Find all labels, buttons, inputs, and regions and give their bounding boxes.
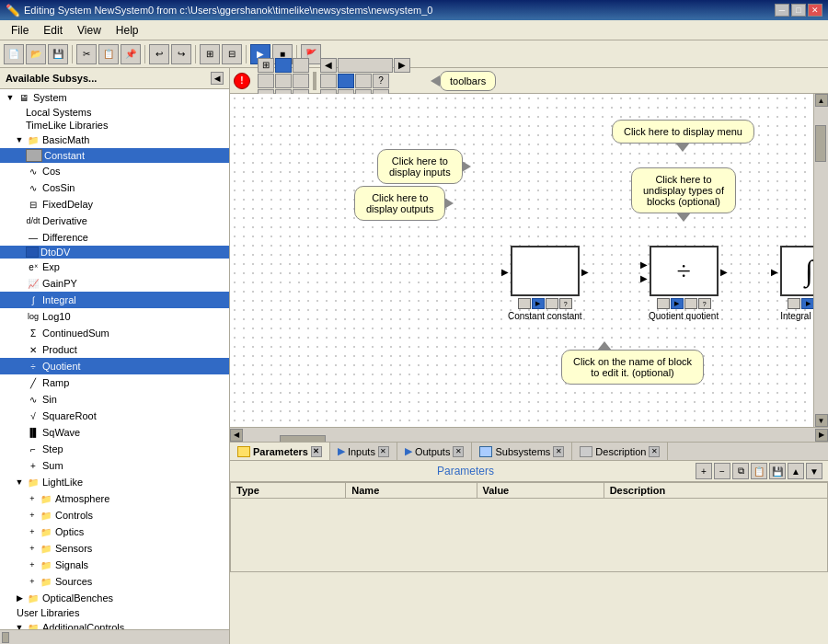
tree-item-log10[interactable]: log Log10 <box>0 308 229 325</box>
tree-item-sensors[interactable]: + 📁 Sensors <box>0 540 229 557</box>
tree-item-difference[interactable]: — Difference <box>0 229 229 246</box>
down-param-btn[interactable]: ▼ <box>806 463 822 479</box>
close-button[interactable]: ✕ <box>808 4 822 17</box>
tree-item-squareroot[interactable]: √ SquareRoot <box>0 408 229 424</box>
save-button[interactable]: 💾 <box>48 44 68 64</box>
tree-item-continuedsum[interactable]: Σ ContinuedSum <box>0 325 229 341</box>
canvas[interactable]: ▶ ▶ ▶ ? Constant constant ÷ ▶ <box>230 94 828 427</box>
tree-item-sqwave[interactable]: ▐▌ SqWave <box>0 424 229 441</box>
block-ctrl-2[interactable]: ▶ <box>532 298 545 309</box>
tb-btn-13[interactable] <box>338 74 354 88</box>
tree-item-sum[interactable]: + Sum <box>0 457 229 474</box>
tab-outputs[interactable]: ▶ Outputs ✕ <box>397 443 473 460</box>
tree-item-quotient[interactable]: ÷ Quotient <box>0 358 229 374</box>
tb-btn-6[interactable] <box>293 74 309 88</box>
block-quotient[interactable]: ÷ ▶ ▶ ▶ ▶ ? Quotient quotient <box>649 246 719 321</box>
scroll-right-btn[interactable]: ▶ <box>815 429 828 442</box>
block-quotient-box[interactable]: ÷ ▶ ▶ ▶ <box>650 246 719 296</box>
copy-param-btn[interactable]: ⧉ <box>732 463 749 479</box>
tree-item-timelike[interactable]: TimeLike Libraries <box>0 119 229 132</box>
tb-btn-1[interactable]: ⊞ <box>258 58 274 73</box>
tree-item-product[interactable]: ✕ Product <box>0 341 229 358</box>
paste-button[interactable]: 📌 <box>121 44 141 64</box>
redo-button[interactable]: ↪ <box>171 44 191 64</box>
menu-file[interactable]: File <box>4 22 36 39</box>
tree-item-cossin[interactable]: ∿ CosSin <box>0 179 229 196</box>
block-constant[interactable]: ▶ ▶ ▶ ? Constant constant <box>508 246 582 321</box>
block-ctrl-2[interactable]: ▶ <box>801 298 814 309</box>
up-param-btn[interactable]: ▲ <box>788 463 804 479</box>
tb-btn-2[interactable] <box>275 58 292 73</box>
tree-item-constant[interactable]: Constant <box>0 148 229 163</box>
block-constant-box[interactable]: ▶ ▶ <box>511 246 580 296</box>
block-ctrl-1[interactable] <box>788 298 800 309</box>
add-param-btn[interactable]: + <box>696 463 712 479</box>
tree-item-ramp[interactable]: ╱ Ramp <box>0 374 229 391</box>
block-ctrl-4[interactable]: ? <box>559 298 572 309</box>
tree-item-system[interactable]: ▼ 🖥 System <box>0 89 229 106</box>
tb-btn-5[interactable] <box>275 74 292 88</box>
tb-btn-10[interactable]: ◀ <box>320 58 337 73</box>
block-ctrl-3[interactable] <box>546 298 558 309</box>
tab-outputs-close[interactable]: ✕ <box>453 446 464 457</box>
tb-btn-11[interactable]: ▶ <box>394 58 410 73</box>
tree-item-opticalbenches[interactable]: ▶ 📁 OpticalBenches <box>0 590 229 606</box>
maximize-button[interactable]: □ <box>791 4 806 17</box>
block-ctrl-1[interactable] <box>657 298 670 309</box>
tab-params-close[interactable]: ✕ <box>311 446 322 457</box>
tab-parameters[interactable]: Parameters ✕ <box>230 443 330 460</box>
block-ctrl-3[interactable] <box>684 298 697 309</box>
block-ctrl-1[interactable] <box>518 298 531 309</box>
menu-view[interactable]: View <box>70 22 109 39</box>
sidebar-scrollbar[interactable] <box>2 632 9 643</box>
new-button[interactable]: 📄 <box>4 44 24 64</box>
tab-subsystems[interactable]: Subsystems ✕ <box>472 443 572 460</box>
scroll-left-btn[interactable]: ◀ <box>230 429 243 442</box>
tb-btn-14[interactable] <box>355 74 372 88</box>
tree-item-sin[interactable]: ∿ Sin <box>0 391 229 408</box>
tree-item-basicmath[interactable]: ▼ 📁 BasicMath <box>0 132 229 148</box>
tree-item-derivative[interactable]: d/dt Derivative <box>0 213 229 229</box>
v-scrollbar-thumb[interactable] <box>815 125 826 162</box>
save-param-btn[interactable]: 💾 <box>769 463 786 479</box>
tree-item-controls[interactable]: + 📁 Controls <box>0 507 229 523</box>
grid-button-2[interactable]: ⊟ <box>222 44 242 64</box>
tab-subsystems-close[interactable]: ✕ <box>553 446 564 457</box>
tb-btn-15[interactable]: ? <box>373 74 389 88</box>
scroll-up-btn[interactable]: ▲ <box>815 94 828 107</box>
tree-item-local-systems[interactable]: Local Systems <box>0 106 229 119</box>
tree-item-step[interactable]: ⌐ Step <box>0 441 229 457</box>
block-ctrl-4[interactable]: ? <box>698 298 711 309</box>
block-constant-label[interactable]: Constant constant <box>508 311 582 321</box>
tree-item-exp[interactable]: eˣ Exp <box>0 259 229 275</box>
scroll-down-btn[interactable]: ▼ <box>815 414 828 427</box>
block-quotient-label[interactable]: Quotient quotient <box>649 311 719 321</box>
cut-button[interactable]: ✂ <box>76 44 97 64</box>
tab-description-close[interactable]: ✕ <box>649 446 660 457</box>
menu-edit[interactable]: Edit <box>36 22 70 39</box>
tree-item-optics[interactable]: + 📁 Optics <box>0 523 229 540</box>
remove-param-btn[interactable]: − <box>714 463 730 479</box>
h-scrollbar[interactable]: ◀ ▶ <box>230 427 828 442</box>
tree-item-lightlike[interactable]: ▼ 📁 LightLike <box>0 474 229 490</box>
sidebar-collapse-btn[interactable]: ◀ <box>211 72 224 85</box>
menu-help[interactable]: Help <box>109 22 146 39</box>
minimize-button[interactable]: ─ <box>775 4 789 17</box>
tree-item-signals[interactable]: + 📁 Signals <box>0 557 229 573</box>
block-ctrl-2[interactable]: ▶ <box>671 298 684 309</box>
tree-item-additionalcontrols[interactable]: ▼ 📁 AdditionalControls <box>0 619 229 629</box>
tree-item-sources[interactable]: + 📁 Sources <box>0 573 229 590</box>
grid-button-1[interactable]: ⊞ <box>200 44 220 64</box>
tb-btn-4[interactable] <box>258 74 274 88</box>
copy-button[interactable]: 📋 <box>98 44 119 64</box>
tree-item-dtodv[interactable]: DtoDV <box>0 246 229 259</box>
scrollbar-thumb[interactable] <box>280 435 326 443</box>
tb-btn-3[interactable] <box>293 58 309 73</box>
tree-item-atmosphere[interactable]: + 📁 Atmosphere <box>0 490 229 507</box>
tree-item-userlibs[interactable]: User Libraries <box>0 606 229 619</box>
tab-inputs[interactable]: ▶ Inputs ✕ <box>330 443 397 460</box>
open-button[interactable]: 📂 <box>26 44 46 64</box>
tab-inputs-close[interactable]: ✕ <box>378 446 389 457</box>
paste-param-btn[interactable]: 📋 <box>751 463 767 479</box>
v-scrollbar[interactable]: ▲ ▼ <box>813 94 828 427</box>
